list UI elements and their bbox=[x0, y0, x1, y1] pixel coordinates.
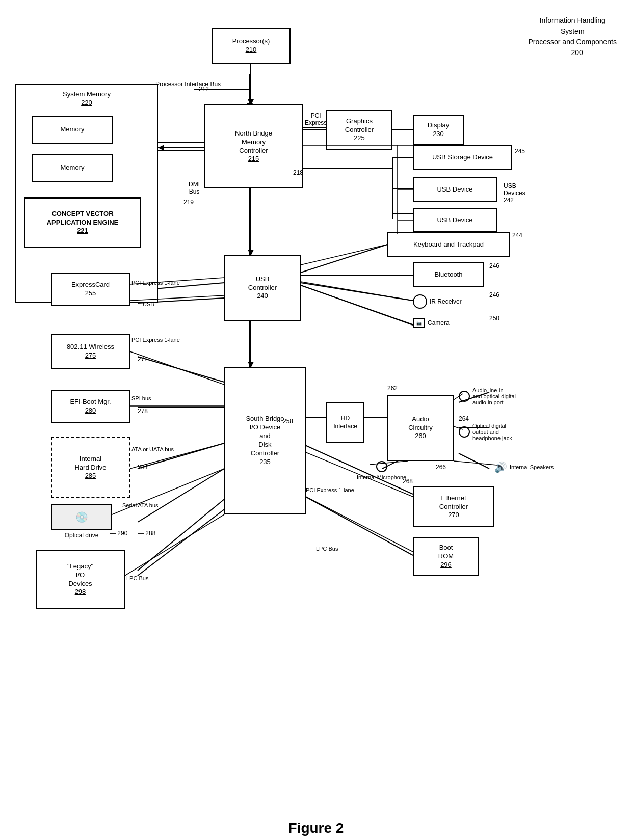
usb-device2-box: USB Device bbox=[413, 208, 497, 232]
usb-storage-device-box: USB Storage Device bbox=[413, 145, 512, 170]
audio-line-in-area: Audio line-in and optical digital audio … bbox=[459, 387, 516, 405]
ref-290: — 290 bbox=[110, 530, 127, 537]
svg-line-64 bbox=[125, 514, 224, 576]
concept-vector-box: CONCEPT VECTOR APPLICATION ENGINE 221 bbox=[24, 197, 141, 248]
ref-246: 246 bbox=[489, 262, 499, 269]
ref-219: 219 bbox=[183, 199, 194, 206]
internal-mic-area: Internal Microphone bbox=[357, 461, 406, 480]
memory2-box: Memory bbox=[32, 154, 113, 182]
ref-248: 246 bbox=[489, 291, 499, 299]
ref-272: 272 bbox=[138, 356, 148, 363]
ir-receiver-area: IR Receiver bbox=[413, 294, 462, 309]
ref-262: 262 bbox=[387, 385, 398, 392]
ref-288: — 288 bbox=[138, 530, 155, 537]
usb-controller-box: USB Controller 240 bbox=[224, 255, 301, 321]
ref-244: 244 bbox=[512, 232, 522, 239]
ref-266: 266 bbox=[436, 464, 446, 471]
ref-212: 212 bbox=[199, 86, 209, 93]
ref-284: 284 bbox=[138, 464, 148, 471]
svg-line-33 bbox=[459, 453, 489, 469]
audio-circuitry-box: Audio Circuitry 260 bbox=[387, 395, 454, 461]
system-memory-box: System Memory 220 Memory Memory CONCEPT … bbox=[15, 84, 158, 303]
serial-ata-bus-label: Serial ATA bus bbox=[122, 502, 159, 509]
boot-rom-box: Boot ROM 296 bbox=[413, 537, 479, 576]
diagram-title: Information Handling System Processor an… bbox=[528, 15, 617, 58]
ref-258: 258 bbox=[283, 418, 293, 425]
memory1-box: Memory bbox=[32, 116, 113, 144]
pci-express-1lane-3: PCI Express 1-lane bbox=[306, 486, 354, 494]
camera-area: 📷 Camera bbox=[413, 318, 450, 328]
optical-digital-area: Optical digital output and headphone jac… bbox=[459, 423, 512, 441]
internal-speakers-area: 🔊 Internal Speakers bbox=[494, 461, 554, 473]
svg-line-17 bbox=[301, 283, 413, 301]
keyboard-trackpad-box: Keyboard and Trackpad bbox=[387, 232, 510, 257]
legacy-io-box: "Legacy" I/O Devices 298 bbox=[36, 550, 125, 609]
lpc-bus-right-label: LPC Bus bbox=[316, 545, 338, 552]
processor-bus-label: Processor Interface Bus bbox=[155, 80, 221, 88]
svg-line-18 bbox=[301, 285, 413, 325]
lpc-bus-left-label: LPC Bus bbox=[126, 575, 148, 582]
usb-devices-label: USB Devices 242 bbox=[504, 182, 525, 204]
usb-label: USB bbox=[143, 301, 154, 308]
south-bridge-box: South Bridge I/O Device and Disk Control… bbox=[224, 367, 306, 514]
svg-marker-49 bbox=[158, 145, 164, 151]
ref-268: 268 bbox=[403, 478, 413, 485]
svg-line-72 bbox=[306, 497, 413, 552]
efi-boot-box: EFI-Boot Mgr. 280 bbox=[51, 390, 130, 423]
ref-278: 278 bbox=[138, 408, 148, 415]
ref-264: 264 bbox=[459, 415, 469, 422]
north-bridge-box: North Bridge Memory Controller 215 bbox=[204, 104, 303, 188]
wireless-box: 802.11 Wireless 275 bbox=[51, 334, 130, 369]
svg-line-36 bbox=[138, 509, 224, 576]
svg-line-23 bbox=[138, 357, 224, 382]
ata-bus-label: ATA or UATA bus bbox=[131, 446, 174, 453]
spi-bus-label: SPI bus bbox=[131, 395, 151, 402]
optical-drive-area: 💿 Optical drive bbox=[51, 504, 112, 539]
dmi-bus-label: DMI Bus bbox=[189, 181, 200, 195]
pci-express-1lane-2: PCI Express 1-lane bbox=[131, 336, 180, 343]
expresscard-box: ExpressCard 255 bbox=[51, 273, 130, 306]
display-box: Display 230 bbox=[413, 115, 464, 145]
bluetooth-box: Bluetooth bbox=[413, 262, 484, 287]
svg-line-54 bbox=[301, 282, 413, 301]
svg-line-55 bbox=[301, 285, 413, 324]
svg-line-70 bbox=[454, 461, 497, 465]
svg-line-26 bbox=[138, 469, 224, 522]
graphics-controller-box: Graphics Controller 225 bbox=[326, 110, 392, 150]
usb-device1-box: USB Device bbox=[413, 177, 497, 202]
figure-label: Figure 2 bbox=[0, 815, 632, 840]
svg-line-52 bbox=[301, 245, 387, 265]
pci-express-label: PCI Express bbox=[305, 112, 327, 126]
ethernet-controller-box: Ethernet Controller 270 bbox=[413, 486, 494, 527]
svg-line-15 bbox=[301, 245, 387, 273]
hd-interface-box: HD Interface bbox=[326, 402, 364, 443]
ref-250: 250 bbox=[489, 315, 499, 322]
processor-box: Processor(s) 210 bbox=[212, 28, 291, 64]
diagram: Information Handling System Processor an… bbox=[0, 0, 632, 815]
svg-line-37 bbox=[301, 489, 413, 550]
pci-express-1lane-1: PCI Express 1-lane bbox=[131, 279, 180, 286]
internal-hard-drive-area: Internal Hard Drive 285 bbox=[51, 437, 130, 498]
usb-storage-number: 245 bbox=[515, 148, 525, 155]
ref-218: 218 bbox=[293, 169, 303, 176]
